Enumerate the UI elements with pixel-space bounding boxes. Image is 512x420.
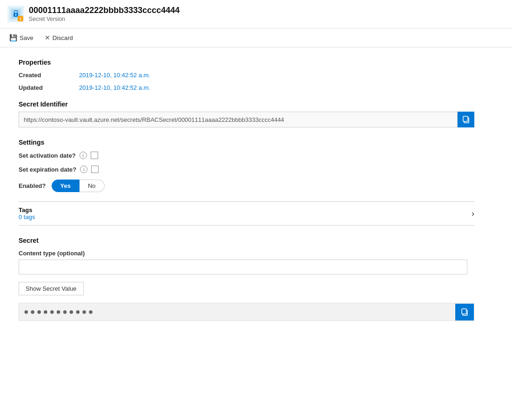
page-title: 00001111aaaa2222bbbb3333cccc4444	[29, 6, 180, 16]
updated-label: Updated	[19, 84, 79, 91]
properties-section-title: Properties	[19, 59, 474, 66]
secret-section: Secret Content type (optional)	[19, 237, 474, 274]
copy-icon	[462, 115, 470, 124]
identifier-input[interactable]	[19, 112, 458, 127]
secret-copy-button[interactable]	[455, 304, 474, 320]
toggle-no-button[interactable]: No	[80, 180, 105, 192]
content-type-input[interactable]	[19, 260, 467, 274]
activation-date-row: Set activation date? i	[19, 152, 474, 159]
svg-point-4	[15, 14, 17, 16]
activation-date-label: Set activation date?	[19, 152, 76, 159]
updated-value: 2019-12-10, 10:42:52 a.m.	[79, 84, 150, 91]
identifier-copy-button[interactable]	[458, 112, 474, 127]
updated-row: Updated 2019-12-10, 10:42:52 a.m.	[19, 84, 474, 91]
discard-icon: ✕	[45, 34, 50, 41]
tags-left: Tags 0 tags	[19, 207, 35, 220]
save-label: Save	[20, 34, 33, 41]
svg-text:!: !	[20, 17, 21, 21]
show-secret-button[interactable]: Show Secret Value	[19, 282, 84, 295]
toolbar: 💾 Save ✕ Discard	[0, 28, 512, 47]
expiration-info-icon: i	[80, 166, 87, 173]
identifier-label: Secret Identifier	[19, 100, 474, 108]
activation-date-checkbox[interactable]	[91, 152, 98, 159]
discard-label: Discard	[53, 34, 73, 41]
save-icon: 💾	[9, 34, 17, 41]
discard-button[interactable]: ✕ Discard	[43, 32, 75, 43]
identifier-row	[19, 112, 474, 127]
content-type-label: Content type (optional)	[19, 250, 474, 257]
created-value: 2019-12-10, 10:42:52 a.m.	[79, 72, 150, 79]
enabled-label: Enabled?	[19, 182, 46, 189]
settings-section-title: Settings	[19, 139, 474, 146]
secret-copy-icon	[460, 308, 469, 316]
created-row: Created 2019-12-10, 10:42:52 a.m.	[19, 72, 474, 79]
svg-rect-10	[462, 309, 466, 314]
secret-icon: !	[7, 6, 24, 22]
tags-chevron-icon: ›	[472, 209, 474, 219]
enabled-row: Enabled? Yes No	[19, 180, 474, 192]
secret-dots: ●●●●●●●●●●●	[19, 303, 455, 320]
activation-info-icon: i	[80, 152, 87, 159]
save-button[interactable]: 💾 Save	[7, 32, 35, 43]
created-label: Created	[19, 72, 79, 79]
header-text: 00001111aaaa2222bbbb3333cccc4444 Secret …	[29, 6, 180, 22]
tags-title: Tags	[19, 207, 35, 213]
expiration-date-checkbox[interactable]	[91, 166, 99, 173]
main-content: Properties Created 2019-12-10, 10:42:52 …	[0, 47, 493, 332]
secret-value-row: ●●●●●●●●●●●	[19, 303, 474, 321]
settings-section: Settings Set activation date? i Set expi…	[19, 139, 474, 192]
page-subtitle: Secret Version	[29, 16, 180, 22]
expiration-date-row: Set expiration date? i	[19, 166, 474, 173]
secret-section-title: Secret	[19, 237, 474, 244]
identifier-section: Secret Identifier	[19, 100, 474, 127]
page-header: ! 00001111aaaa2222bbbb3333cccc4444 Secre…	[0, 0, 512, 28]
enabled-toggle: Yes No	[52, 180, 105, 192]
toggle-yes-button[interactable]: Yes	[52, 180, 80, 192]
tags-section[interactable]: Tags 0 tags ›	[19, 201, 474, 226]
expiration-date-label: Set expiration date?	[19, 166, 76, 173]
svg-rect-8	[463, 116, 468, 121]
tags-count: 0 tags	[19, 213, 35, 220]
